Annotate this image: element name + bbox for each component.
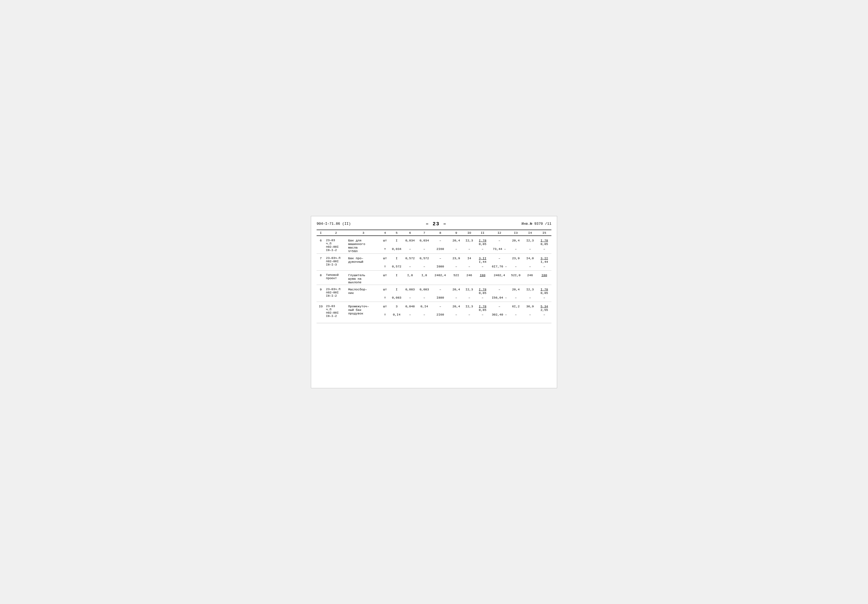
header: 904–I–71.86 (II) – 23 – Инв.№ 9370 /11 <box>316 221 552 227</box>
col-header-9: 9 <box>449 230 463 236</box>
col-header-13: I3 <box>509 230 523 236</box>
header-left: 904–I–71.86 (II) <box>316 222 351 226</box>
col-header-2: 2 <box>325 230 347 236</box>
header-center: – 23 – <box>426 221 446 227</box>
header-right: Инв.№ 9370 /11 <box>522 222 552 226</box>
page: 904–I–71.86 (II) – 23 – Инв.№ 9370 /11 I… <box>311 216 557 388</box>
col-header-1: I <box>316 230 325 236</box>
col-header-14: I4 <box>523 230 537 236</box>
main-table: I 2 3 4 5 6 7 8 9 IO II I2 I3 I4 I5 <box>316 229 552 318</box>
col-header-4: 4 <box>380 230 391 236</box>
table-row: 8ТиповойпроектГлушительшума навыхлопештI… <box>316 270 552 281</box>
col-header-11: II <box>475 230 490 236</box>
table-row: 623–03ч.Пп02–00II8–I–2Бак длямашинногома… <box>316 236 552 247</box>
table-row: 923–03ч.Пп02–00II8–I–2Маслосбор–никштI0,… <box>316 285 552 295</box>
table-row: IO23–03ч.Пп02–00II8–I–2Промежуточ–ный ба… <box>316 301 552 312</box>
table-wrapper: I 2 3 4 5 6 7 8 9 IO II I2 I3 I4 I5 <box>316 229 552 318</box>
col-header-12: I2 <box>490 230 509 236</box>
col-header-10: IO <box>463 230 475 236</box>
col-header-6: 6 <box>403 230 417 236</box>
col-header-7: 7 <box>417 230 431 236</box>
col-header-3: 3 <box>347 230 380 236</box>
col-header-8: 8 <box>431 230 449 236</box>
col-header-5: 5 <box>390 230 403 236</box>
table-row: 723–03ч.Пп02–00II8–I–3Бак про–дувочныйшт… <box>316 253 552 264</box>
col-header-15: I5 <box>537 230 552 236</box>
column-header-row: I 2 3 4 5 6 7 8 9 IO II I2 I3 I4 I5 <box>316 230 552 236</box>
bottom-border <box>316 323 552 323</box>
